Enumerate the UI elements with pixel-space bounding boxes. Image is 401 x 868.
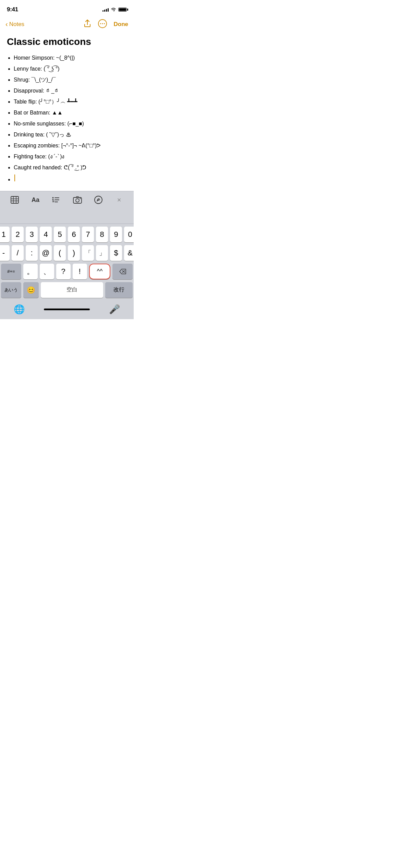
bullet-list: Homer Simpson: ~(_8^(|) Lenny face: ( ͡°… bbox=[7, 54, 127, 181]
key-8[interactable]: 8 bbox=[96, 227, 108, 242]
svg-rect-10 bbox=[54, 197, 59, 198]
note-content: Classic emoticons Homer Simpson: ~(_8^(|… bbox=[0, 33, 134, 191]
svg-point-16 bbox=[80, 198, 81, 199]
done-button[interactable]: Done bbox=[114, 21, 129, 28]
svg-point-3 bbox=[104, 23, 105, 24]
pencil-button[interactable] bbox=[92, 194, 105, 206]
table-button[interactable] bbox=[9, 194, 21, 206]
item-label: Homer Simpson: ~(_8^(|) bbox=[14, 55, 75, 61]
key-return[interactable]: 改行 bbox=[105, 282, 133, 298]
item-label: Drinking tea: ( ˘▽˘)っ ♨ bbox=[14, 132, 71, 137]
list-item: Shrug: ¯\_(ツ)_/¯ bbox=[14, 76, 127, 84]
list-item: No-smile sunglasses: (⌐■_■) bbox=[14, 120, 127, 128]
key-j-corner[interactable]: 」 bbox=[96, 245, 108, 261]
key-question[interactable]: ? bbox=[56, 264, 71, 279]
status-icons bbox=[102, 8, 127, 12]
list-item: Fighting face: (งˊ-ˋ)ง bbox=[14, 153, 127, 161]
key-6[interactable]: 6 bbox=[68, 227, 80, 242]
share-button[interactable] bbox=[84, 20, 91, 29]
item-label: Table flip: (╯°□°）╯︵ ┻━┻ bbox=[14, 99, 77, 105]
delete-key[interactable] bbox=[112, 264, 133, 279]
item-label: Lenny face: ( ͡° ͜ʖ ͡°) bbox=[14, 66, 60, 72]
list-item: Table flip: (╯°□°）╯︵ ┻━┻ bbox=[14, 98, 127, 106]
wifi-icon bbox=[111, 8, 116, 12]
key-9[interactable]: 9 bbox=[110, 227, 122, 242]
microphone-button[interactable]: 🎤 bbox=[109, 304, 120, 315]
svg-point-18 bbox=[98, 200, 99, 201]
battery-icon bbox=[118, 8, 127, 12]
key-ampersand[interactable]: & bbox=[124, 245, 134, 261]
key-7[interactable]: 7 bbox=[82, 227, 94, 242]
status-bar: 9:41 bbox=[0, 0, 134, 16]
globe-button[interactable]: 🌐 bbox=[14, 304, 25, 315]
key-symbols-switch[interactable]: #+= bbox=[1, 264, 21, 279]
svg-point-15 bbox=[76, 199, 79, 202]
key-colon[interactable]: : bbox=[26, 245, 38, 261]
item-label: Disapproval: ಠ_ಠ bbox=[14, 88, 60, 94]
key-row-2: - / : @ ( ) 「 」 $ & bbox=[1, 245, 133, 261]
list-item: Disapproval: ಠ_ಠ bbox=[14, 87, 127, 95]
status-time: 9:41 bbox=[7, 6, 18, 13]
key-period-jp[interactable]: 。 bbox=[23, 264, 38, 279]
list-item: Escaping zombies: [¬°-°]¬ ~ᕕ(°□°)ᕗ bbox=[14, 142, 127, 150]
list-item: Lenny face: ( ͡° ͜ʖ ͡°) bbox=[14, 65, 127, 73]
key-0[interactable]: 0 bbox=[124, 227, 134, 242]
list-item: Caught red handed: ᕦ( ͡° .͜° )ᕤ bbox=[14, 164, 127, 172]
nav-back-label: Notes bbox=[9, 21, 24, 28]
item-label: Escaping zombies: [¬°-°]¬ ~ᕕ(°□°)ᕗ bbox=[14, 143, 101, 148]
keyboard: 1 2 3 4 5 6 7 8 9 0 - / : @ ( ) 「 」 $ & … bbox=[0, 209, 134, 319]
key-r-corner[interactable]: 「 bbox=[82, 245, 94, 261]
key-2[interactable]: 2 bbox=[12, 227, 24, 242]
item-label: Shrug: ¯\_(ツ)_/¯ bbox=[14, 77, 56, 83]
svg-point-9 bbox=[52, 197, 53, 198]
cursor-line bbox=[14, 174, 127, 181]
key-caret-caret[interactable]: ^^ bbox=[89, 264, 111, 279]
key-space[interactable]: 空白 bbox=[41, 282, 103, 298]
suggestion-row bbox=[0, 209, 134, 224]
svg-rect-4 bbox=[11, 196, 19, 203]
key-1[interactable]: 1 bbox=[0, 227, 10, 242]
key-at[interactable]: @ bbox=[40, 245, 52, 261]
chevron-left-icon: ‹ bbox=[5, 21, 8, 27]
key-exclaim[interactable]: ! bbox=[73, 264, 87, 279]
item-label: Bat or Batman: ▲▲ bbox=[14, 110, 63, 116]
format-toolbar: Aa × bbox=[0, 191, 134, 209]
note-title: Classic emoticons bbox=[7, 36, 127, 48]
key-dollar[interactable]: $ bbox=[110, 245, 122, 261]
key-4[interactable]: 4 bbox=[40, 227, 52, 242]
home-indicator bbox=[44, 309, 90, 310]
nav-actions: Done bbox=[84, 19, 129, 29]
close-icon: × bbox=[117, 196, 121, 204]
list-item: Bat or Batman: ▲▲ bbox=[14, 109, 127, 117]
svg-rect-13 bbox=[54, 202, 58, 202]
key-comma-jp[interactable]: 、 bbox=[40, 264, 54, 279]
font-button[interactable]: Aa bbox=[29, 194, 42, 206]
more-options-button[interactable] bbox=[98, 19, 107, 29]
item-label: No-smile sunglasses: (⌐■_■) bbox=[14, 121, 84, 126]
key-row-3: #+= 。 、 ? ! ^^ bbox=[1, 264, 133, 279]
svg-point-11 bbox=[52, 199, 53, 201]
list-item-cursor[interactable] bbox=[14, 174, 127, 181]
key-rparen[interactable]: ) bbox=[68, 245, 80, 261]
key-emoji[interactable]: 😊 bbox=[23, 282, 39, 298]
key-dash[interactable]: - bbox=[0, 245, 10, 261]
svg-point-2 bbox=[102, 23, 103, 24]
camera-button[interactable] bbox=[71, 194, 84, 206]
signal-bars-icon bbox=[102, 8, 109, 12]
nav-back-button[interactable]: ‹ Notes bbox=[5, 21, 24, 28]
font-label: Aa bbox=[32, 196, 39, 204]
nav-bar: ‹ Notes Done bbox=[0, 16, 134, 33]
key-5[interactable]: 5 bbox=[54, 227, 66, 242]
key-3[interactable]: 3 bbox=[26, 227, 38, 242]
item-label: Fighting face: (งˊ-ˋ)ง bbox=[14, 154, 64, 159]
toolbar-close-button[interactable]: × bbox=[113, 194, 125, 206]
key-row-4: あいう 😊 空白 改行 bbox=[1, 282, 133, 298]
key-lparen[interactable]: ( bbox=[54, 245, 66, 261]
key-kana-switch[interactable]: あいう bbox=[1, 282, 21, 298]
svg-rect-12 bbox=[54, 200, 59, 200]
key-slash[interactable]: / bbox=[12, 245, 24, 261]
list-item: Homer Simpson: ~(_8^(|) bbox=[14, 54, 127, 62]
lists-button[interactable] bbox=[50, 194, 63, 206]
item-label: Caught red handed: ᕦ( ͡° .͜° )ᕤ bbox=[14, 165, 86, 170]
list-item: Drinking tea: ( ˘▽˘)っ ♨ bbox=[14, 131, 127, 139]
